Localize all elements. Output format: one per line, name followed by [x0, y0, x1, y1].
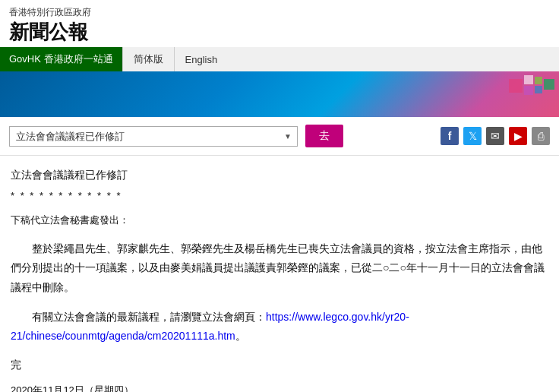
nav-bar: GovHK 香港政府一站通 简体版 English	[0, 47, 559, 71]
banner-decoration	[468, 71, 559, 117]
go-button[interactable]: 去	[305, 125, 343, 147]
para2-suffix: 。	[235, 330, 246, 342]
paragraph-2: 有關立法會會議的最新議程，請瀏覽立法會網頁：https://www.legco.…	[11, 308, 548, 346]
email-icon[interactable]: ✉	[486, 127, 504, 145]
youtube-icon[interactable]: ▶	[509, 127, 527, 145]
print-icon[interactable]: ⎙	[532, 127, 550, 145]
svg-rect-1	[524, 75, 533, 84]
issued-by: 下稿代立法會秘書處發出：	[11, 212, 548, 229]
nav-simplified[interactable]: 简体版	[123, 47, 174, 71]
nav-english[interactable]: English	[175, 47, 229, 71]
para2-prefix: 有關立法會會議的最新議程，請瀏覽立法會網頁：	[32, 311, 266, 323]
facebook-icon[interactable]: f	[441, 127, 459, 145]
svg-rect-2	[524, 86, 533, 95]
banner	[0, 71, 559, 117]
topic-select[interactable]: 立法會會議議程已作修訂	[9, 126, 298, 147]
svg-rect-5	[544, 79, 554, 90]
asterisks: * * * * * * * * * * * *	[11, 188, 548, 204]
banner-squares	[509, 75, 559, 113]
paragraph-1: 整於梁繩昌先生、郭家麒先生、郭榮鏗先生及楊岳橋先生已喪失立法會議員的資格，按立法…	[11, 239, 548, 297]
select-wrapper: 立法會會議議程已作修訂 ▼	[9, 126, 298, 147]
header-subtitle: 香港特別行政區政府	[9, 6, 550, 19]
content-area: 立法會會議議程已作修訂 * * * * * * * * * * * * 下稿代立…	[0, 156, 559, 392]
banner-svg	[509, 75, 554, 113]
twitter-icon[interactable]: 𝕏	[463, 127, 482, 145]
svg-rect-3	[535, 77, 542, 84]
toolbar: 立法會會議議程已作修訂 ▼ 去 f 𝕏 ✉ ▶ ⎙	[0, 117, 559, 156]
end-mark: 完	[11, 356, 548, 375]
svg-rect-4	[535, 86, 542, 93]
nav-govhk[interactable]: GovHK 香港政府一站通	[0, 47, 122, 71]
header: 香港特別行政區政府 新聞公報	[0, 0, 559, 47]
social-icons: f 𝕏 ✉ ▶ ⎙	[441, 127, 550, 145]
date-line: 2020年11月12日（星期四）	[11, 382, 548, 392]
header-title: 新聞公報	[9, 21, 550, 44]
content-title: 立法會會議議程已作修訂	[11, 166, 548, 185]
svg-rect-0	[509, 79, 523, 93]
